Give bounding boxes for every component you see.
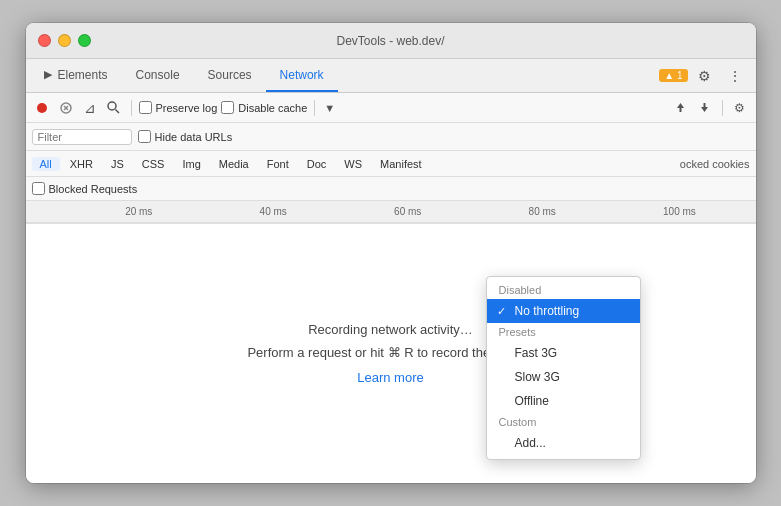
type-tab-all[interactable]: All xyxy=(32,157,60,171)
type-tab-img[interactable]: Img xyxy=(174,157,208,171)
type-tab-manifest[interactable]: Manifest xyxy=(372,157,430,171)
tab-network-label: Network xyxy=(280,68,324,82)
tick-1: 20 ms xyxy=(125,206,152,217)
badge-label: ▲ 1 xyxy=(664,70,682,81)
svg-marker-6 xyxy=(677,103,684,112)
dropdown-item-offline[interactable]: Offline xyxy=(487,389,640,413)
filter-input[interactable] xyxy=(32,129,132,145)
stop-icon xyxy=(60,102,72,114)
type-tab-xhr[interactable]: XHR xyxy=(62,157,101,171)
minimize-button[interactable] xyxy=(58,34,71,47)
learn-more-link[interactable]: Learn more xyxy=(357,370,423,385)
tabbar-right: ▲ 1 ⚙ ⋮ xyxy=(659,59,751,92)
type-tab-js[interactable]: JS xyxy=(103,157,132,171)
tick-5: 100 ms xyxy=(663,206,696,217)
window-title: DevTools - web.dev/ xyxy=(336,34,444,48)
dropdown-section-disabled: Disabled xyxy=(487,281,640,299)
dropdown-label-offline: Offline xyxy=(515,394,549,408)
timeline-header: 20 ms 40 ms 60 ms 80 ms 100 ms xyxy=(26,201,756,223)
network-settings-icon: ⚙ xyxy=(734,101,745,115)
filter-button[interactable]: ⊿ xyxy=(80,98,100,118)
checkmark-icon: ✓ xyxy=(497,305,506,318)
type-tab-css[interactable]: CSS xyxy=(134,157,173,171)
tab-network[interactable]: Network xyxy=(266,59,338,92)
type-tab-ws[interactable]: WS xyxy=(336,157,370,171)
main-content: Recording network activity… Perform a re… xyxy=(26,223,756,483)
hide-data-urls-text: Hide data URLs xyxy=(155,131,233,143)
dropdown-item-no-throttling[interactable]: ✓ No throttling xyxy=(487,299,640,323)
type-tab-doc[interactable]: Doc xyxy=(299,157,335,171)
record-button[interactable] xyxy=(32,98,52,118)
titlebar: DevTools - web.dev/ xyxy=(26,23,756,59)
blocked-requests-checkbox[interactable] xyxy=(32,182,45,195)
preserve-log-checkbox-label[interactable]: Preserve log xyxy=(139,101,218,114)
tick-2: 40 ms xyxy=(260,206,287,217)
hide-data-urls-checkbox[interactable] xyxy=(138,130,151,143)
tab-elements[interactable]: ▶ Elements xyxy=(30,59,122,92)
blocked-requests-label[interactable]: Blocked Requests xyxy=(32,182,138,195)
warning-badge[interactable]: ▲ 1 xyxy=(659,69,687,82)
separator-2 xyxy=(314,100,315,116)
network-toolbar: ⊿ Preserve log Disable cache ▼ xyxy=(26,93,756,123)
recording-text: Recording network activity… xyxy=(308,322,473,337)
blocked-requests-text: Blocked Requests xyxy=(49,183,138,195)
dropdown-item-fast3g[interactable]: Fast 3G xyxy=(487,341,640,365)
record-icon xyxy=(36,102,48,114)
throttling-dropdown-arrow: ▼ xyxy=(324,102,335,114)
upload-icon xyxy=(674,101,687,114)
svg-marker-7 xyxy=(701,103,708,112)
preserve-log-checkbox[interactable] xyxy=(139,101,152,114)
settings-icon-btn[interactable]: ⚙ xyxy=(692,63,718,89)
tab-sources-label: Sources xyxy=(208,68,252,82)
filter-bar: Hide data URLs xyxy=(26,123,756,151)
settings-icon: ⚙ xyxy=(698,68,711,84)
window-controls xyxy=(38,34,91,47)
dropdown-label-fast3g: Fast 3G xyxy=(515,346,558,360)
upload-button[interactable] xyxy=(671,98,691,118)
dropdown-section-presets: Presets xyxy=(487,323,640,341)
svg-point-4 xyxy=(108,102,116,110)
disable-cache-checkbox[interactable] xyxy=(221,101,234,114)
download-button[interactable] xyxy=(695,98,715,118)
dropdown-item-slow3g[interactable]: Slow 3G xyxy=(487,365,640,389)
dropdown-label-slow3g: Slow 3G xyxy=(515,370,560,384)
filter-icon: ⊿ xyxy=(84,100,96,116)
separator-3 xyxy=(722,100,723,116)
type-tab-font[interactable]: Font xyxy=(259,157,297,171)
throttling-dropdown: Disabled ✓ No throttling Presets Fast 3G… xyxy=(486,276,641,460)
dropdown-label-no-throttling: No throttling xyxy=(515,304,580,318)
separator-1 xyxy=(131,100,132,116)
svg-line-5 xyxy=(116,110,120,114)
cursor-icon: ▶ xyxy=(44,68,52,81)
preserve-log-label: Preserve log xyxy=(156,102,218,114)
disable-cache-checkbox-label[interactable]: Disable cache xyxy=(221,101,307,114)
tab-sources[interactable]: Sources xyxy=(194,59,266,92)
throttling-dropdown-trigger[interactable]: ▼ xyxy=(324,102,338,114)
dropdown-label-add: Add... xyxy=(515,436,546,450)
close-button[interactable] xyxy=(38,34,51,47)
download-icon xyxy=(698,101,711,114)
more-icon-btn[interactable]: ⋮ xyxy=(722,63,748,89)
tick-3: 60 ms xyxy=(394,206,421,217)
tab-console[interactable]: Console xyxy=(122,59,194,92)
blocked-cookies-text: ocked cookies xyxy=(680,158,750,170)
dropdown-item-add[interactable]: Add... xyxy=(487,431,640,455)
hide-data-urls-label[interactable]: Hide data URLs xyxy=(138,130,233,143)
tab-bar: ▶ Elements Console Sources Network ▲ 1 ⚙… xyxy=(26,59,756,93)
search-button[interactable] xyxy=(104,98,124,118)
search-icon xyxy=(107,101,120,114)
type-tab-media[interactable]: Media xyxy=(211,157,257,171)
tab-elements-label: Elements xyxy=(58,68,108,82)
stop-button[interactable] xyxy=(56,98,76,118)
svg-point-0 xyxy=(37,103,47,113)
blocked-requests-bar: Blocked Requests xyxy=(26,177,756,201)
maximize-button[interactable] xyxy=(78,34,91,47)
dropdown-section-custom: Custom xyxy=(487,413,640,431)
devtools-window: DevTools - web.dev/ ▶ Elements Console S… xyxy=(26,23,756,483)
disable-cache-label: Disable cache xyxy=(238,102,307,114)
network-settings-button[interactable]: ⚙ xyxy=(730,98,750,118)
tab-console-label: Console xyxy=(136,68,180,82)
type-tabs-bar: All XHR JS CSS Img Media Font Doc WS Man… xyxy=(26,151,756,177)
more-icon: ⋮ xyxy=(728,68,742,84)
timeline-ticks: 20 ms 40 ms 60 ms 80 ms 100 ms xyxy=(32,206,750,217)
